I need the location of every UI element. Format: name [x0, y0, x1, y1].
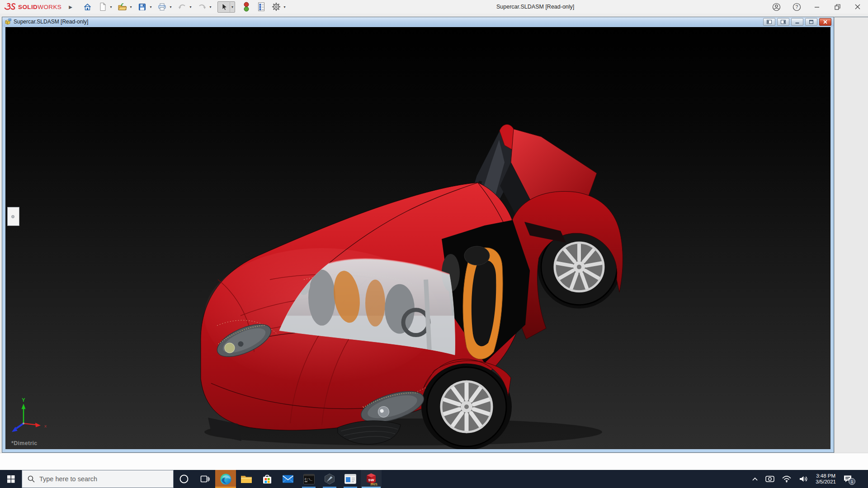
chevron-up-icon	[752, 477, 758, 481]
undo-icon	[178, 3, 186, 10]
taskbar-file-explorer[interactable]	[236, 470, 257, 488]
clock-date: 3/5/2021	[816, 479, 836, 485]
undo-button[interactable]	[176, 1, 188, 12]
close-icon	[855, 4, 860, 9]
document-restore-button[interactable]	[805, 18, 817, 26]
taskbar-mail[interactable]	[278, 470, 298, 488]
redo-button[interactable]	[196, 1, 208, 12]
cortana-button[interactable]	[174, 470, 194, 488]
select-tool-dropdown[interactable]: ▾	[230, 1, 235, 12]
print-icon	[158, 3, 166, 11]
tray-chevron-button[interactable]	[752, 477, 758, 481]
svg-text:?: ?	[795, 4, 798, 9]
windows-logo-icon	[7, 475, 15, 483]
document-close-button[interactable]	[819, 18, 831, 26]
ds-logo-icon	[4, 2, 16, 11]
account-button[interactable]	[771, 1, 781, 13]
taskbar-edge[interactable]	[215, 470, 236, 488]
save-icon	[138, 3, 146, 11]
brand-text: SOLIDWORKS	[18, 4, 61, 10]
display-pane-left-button[interactable]	[763, 18, 775, 26]
gear-icon	[272, 2, 281, 11]
triad-x-label: x	[44, 423, 47, 428]
undo-dropdown[interactable]: ▾	[188, 1, 193, 12]
taskbar-search[interactable]	[22, 470, 174, 488]
restore-icon	[835, 4, 840, 10]
help-button[interactable]: ?	[792, 1, 802, 13]
windows-taskbar: C:\_	[0, 470, 868, 488]
meet-now-icon	[765, 475, 774, 483]
wifi-button[interactable]	[782, 475, 792, 483]
open-button[interactable]	[117, 1, 128, 12]
document-titlebar[interactable]: Supercar.SLDASM [Read-only]	[2, 17, 834, 26]
window-title: Supercar.SLDASM [Read-only]	[496, 4, 574, 10]
redo-dropdown[interactable]: ▾	[208, 1, 213, 12]
file-properties-icon	[257, 2, 265, 11]
rebuild-button[interactable]	[241, 1, 252, 12]
orientation-triad: Y x	[12, 397, 47, 432]
open-folder-icon	[118, 3, 127, 11]
taskbar-solidworks[interactable]: SW 2021	[361, 470, 382, 488]
document-minimize-button[interactable]	[791, 18, 803, 26]
model-viewer-hexagon-icon	[324, 473, 335, 485]
taskbar-media-app[interactable]	[340, 470, 361, 488]
document-window: Supercar.SLDASM [Read-only]	[2, 17, 834, 453]
home-button[interactable]	[82, 1, 94, 12]
media-app-window-icon	[344, 474, 356, 484]
minimize-button[interactable]	[812, 1, 822, 13]
menu-strip	[0, 14, 868, 17]
print-button[interactable]	[156, 1, 168, 12]
task-pane-strip[interactable]	[834, 17, 868, 453]
print-dropdown[interactable]: ▾	[168, 1, 173, 12]
file-explorer-icon	[241, 474, 252, 484]
menu-expand-arrow[interactable]: ▶	[69, 5, 72, 9]
wifi-icon	[782, 475, 792, 483]
search-input[interactable]	[39, 475, 157, 483]
taskbar-store[interactable]	[257, 470, 278, 488]
status-bar	[0, 453, 868, 470]
graphics-viewport[interactable]: Y x *Dimetric	[5, 27, 830, 449]
new-document-button[interactable]	[97, 1, 108, 12]
minimize-icon	[814, 4, 820, 9]
notification-badge: 1	[849, 478, 855, 485]
meet-now-button[interactable]	[765, 475, 774, 483]
featuremanager-tab-dot	[11, 215, 14, 218]
featuremanager-collapsed-tab[interactable]	[7, 207, 19, 226]
start-button[interactable]	[0, 470, 22, 488]
clock-time: 3:48 PM	[816, 473, 836, 479]
command-prompt-text: C:\_	[305, 477, 313, 481]
save-dropdown[interactable]: ▾	[148, 1, 153, 12]
mail-icon	[282, 474, 294, 483]
new-document-dropdown[interactable]: ▾	[108, 1, 113, 12]
new-document-icon	[99, 2, 106, 11]
home-icon	[83, 3, 92, 11]
volume-button[interactable]	[799, 475, 808, 483]
search-icon	[28, 475, 35, 483]
options-dropdown[interactable]: ▾	[282, 1, 287, 12]
document-restore-icon	[809, 20, 813, 24]
options-button[interactable]	[270, 1, 282, 12]
volume-icon	[799, 475, 808, 483]
document-title: Supercar.SLDASM [Read-only]	[14, 19, 88, 25]
display-pane-right-button[interactable]	[777, 18, 789, 26]
rebuild-traffic-light-icon	[244, 2, 249, 12]
open-dropdown[interactable]: ▾	[128, 1, 133, 12]
file-properties-button[interactable]	[255, 1, 267, 12]
task-view-button[interactable]	[194, 470, 215, 488]
account-icon	[772, 3, 781, 11]
close-button[interactable]	[853, 1, 863, 13]
select-tool-button[interactable]: ▾	[217, 1, 235, 13]
sw-icon-year: 2021	[370, 483, 377, 486]
solidworks-2021-icon: SW 2021	[364, 472, 378, 486]
supercar-model[interactable]: Y x	[5, 27, 830, 449]
save-button[interactable]	[137, 1, 148, 12]
taskbar-clock[interactable]: 3:48 PM 3/5/2021	[816, 473, 836, 485]
taskbar-model-viewer[interactable]	[319, 470, 340, 488]
taskbar-command-prompt[interactable]: C:\_	[298, 470, 319, 488]
action-center-button[interactable]: 1	[843, 475, 852, 483]
restore-button[interactable]	[832, 1, 842, 13]
cortana-icon	[179, 474, 189, 484]
triad-y-label: Y	[22, 397, 25, 403]
pane-right-icon	[781, 20, 786, 24]
redo-icon	[198, 3, 206, 10]
